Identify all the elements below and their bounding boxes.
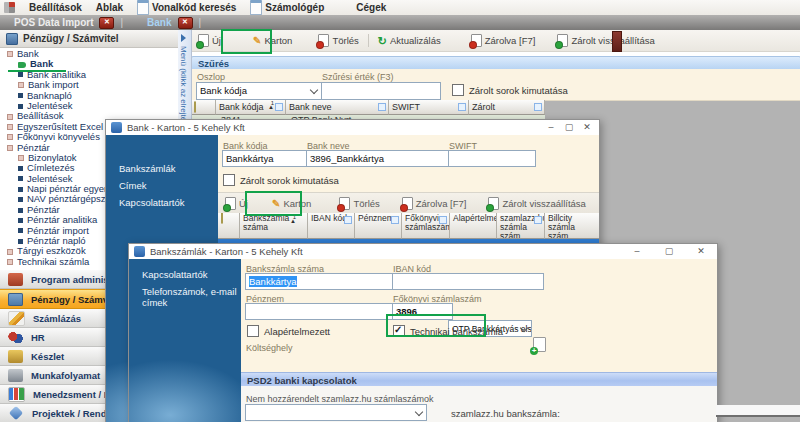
default-checkbox[interactable] — [247, 325, 259, 337]
new-icon — [225, 197, 236, 210]
filter-icon[interactable] — [458, 103, 466, 111]
chevron-down-icon — [415, 408, 423, 416]
delete-button[interactable]: Törlés — [332, 195, 386, 212]
bank-code-input[interactable]: Bankkártya — [222, 150, 310, 167]
menu-settings[interactable]: Beállítások — [29, 2, 82, 13]
lock-button[interactable]: Zárolva [F7] — [464, 32, 543, 49]
box-icon — [8, 350, 23, 363]
tree-bullet-icon — [7, 134, 13, 140]
diamond-icon — [9, 406, 23, 420]
dialog-nav-telefonszamok[interactable]: Telefonszámok, e-mail címek — [129, 283, 241, 311]
header-bankszamla-szama[interactable]: Bankszámla száma1▲ — [240, 213, 308, 239]
tab-pos-data-import[interactable]: POS Data Import — [14, 17, 93, 28]
tree-bullet-icon — [18, 155, 24, 161]
filter-icon[interactable] — [534, 103, 542, 111]
minimize-button[interactable]: – — [629, 246, 645, 256]
header-icon-cell[interactable] — [191, 100, 216, 115]
header-szamlazz-szamla[interactable]: szamlazz.hu számla szám — [497, 213, 545, 239]
column-label: Oszlop — [197, 72, 225, 82]
tree-bullet-icon — [18, 104, 23, 109]
lock-button[interactable]: Zárolva [F7] — [395, 195, 474, 212]
menu-window[interactable]: Ablak — [96, 2, 123, 13]
tree-bullet-icon — [18, 176, 23, 181]
add-gl-account-icon[interactable] — [533, 337, 546, 352]
header-zarolt[interactable]: Zárolt — [469, 100, 545, 115]
dialog-form-area: Bankszámla száma Bankkártya IBAN kód Pén… — [241, 259, 717, 422]
dialog-nav-kapcsolattartok[interactable]: Kapcsolattartók — [106, 194, 218, 211]
header-billcity-szamla[interactable]: Billcity számla szám — [545, 213, 599, 239]
tree-bullet-icon — [18, 187, 23, 192]
tree-item-bank-group[interactable]: Bank — [0, 49, 178, 59]
filter-icon[interactable] — [378, 103, 386, 111]
locked-rows-checkbox[interactable] — [223, 174, 235, 186]
bank-name-input[interactable]: 3896_Bankkártya — [306, 150, 450, 167]
psd2-section-body: Nem hozzárendelt szamlazz.hu számlaszámo… — [241, 386, 717, 422]
tree-bullet-icon — [7, 51, 13, 57]
close-button[interactable]: ✕ — [579, 122, 595, 132]
delete-button[interactable]: Törlés — [311, 32, 365, 49]
tree-bullet-icon — [18, 228, 23, 233]
main-toolbar: Új ✎Karton Törlés ↻Aktualizálás Zárolva … — [191, 30, 800, 52]
swift-input[interactable] — [448, 150, 536, 167]
locked-rows-checkbox-row[interactable]: Zárolt sorok kimutatása — [223, 174, 339, 186]
iban-input[interactable] — [392, 273, 544, 290]
locked-rows-checkbox[interactable] — [452, 84, 464, 96]
locked-rows-checkbox-row[interactable]: Zárolt sorok kimutatása — [452, 84, 568, 96]
menu-calculator[interactable]: Számológép — [250, 0, 324, 15]
dialog-title-bar[interactable]: Bank - Karton - 5 Kehely Kft – ▢ ✕ — [106, 120, 599, 136]
header-icon-cell[interactable] — [218, 213, 240, 239]
tree-bullet-icon — [7, 114, 13, 120]
header-swift[interactable]: SWIFT — [389, 100, 469, 115]
sort-asc-icon: ▲ — [290, 217, 296, 226]
toolbar-separator — [368, 34, 369, 47]
minimize-button[interactable]: – — [543, 122, 559, 132]
filter-icon[interactable] — [439, 216, 447, 224]
module-icon — [6, 33, 18, 45]
dialog-title-bar[interactable]: Bankszámlák - Karton - 5 Kehely Kft – ▢ … — [129, 244, 717, 260]
dialog-nav-cimek[interactable]: Címek — [106, 177, 218, 194]
delete-icon — [339, 197, 350, 210]
header-alapertelmezett[interactable]: Alapértelmezett — [450, 213, 497, 239]
dialog-title: Bank - Karton - 5 Kehely Kft — [127, 122, 245, 133]
dialog-nav-bankszamlak[interactable]: Bankszámlák — [106, 160, 218, 177]
unlock-button[interactable]: Zárolt visszaállítása — [550, 32, 661, 49]
bank-table-header: Bank kódja1▲ Bank neve SWIFT Zárolt — [191, 100, 545, 115]
column-select[interactable]: Bank kódja — [196, 82, 322, 100]
menu-companies[interactable]: Cégek — [356, 2, 386, 13]
unlock-button[interactable]: Zárolt visszaállítása — [481, 195, 592, 212]
chevron-down-icon — [310, 86, 318, 94]
filter-icon[interactable] — [534, 216, 542, 224]
locked-rows-label: Zárolt sorok kimutatása — [240, 175, 339, 186]
maximize-button[interactable]: ▢ — [661, 246, 677, 256]
sidebar-header: Pénzügy / Számvitel — [0, 30, 184, 48]
annotation-karton-dialog — [245, 191, 302, 216]
dialog-icon — [111, 122, 122, 133]
default-label: Alapértelmezett — [264, 326, 330, 337]
header-penznem[interactable]: Pénznem — [355, 213, 402, 239]
close-tab-icon[interactable]: ✕ — [99, 17, 114, 29]
tree-bullet-icon — [7, 124, 13, 130]
header-fokonyvi-szamlaszam[interactable]: Főkönyvi számlaszám — [402, 213, 450, 239]
close-button[interactable]: ✕ — [693, 246, 709, 256]
maximize-button[interactable]: ▢ — [561, 122, 577, 132]
unassigned-accounts-select[interactable] — [245, 404, 427, 421]
filter-icon[interactable] — [391, 216, 399, 224]
tab-bar: POS Data Import ✕ | Bank ✕ | — [0, 15, 800, 30]
filter-value-input[interactable] — [321, 82, 441, 100]
dialog-nav-kapcsolattartok[interactable]: Kapcsolattartók — [129, 266, 241, 283]
tab-bank[interactable]: Bank — [147, 17, 171, 28]
unlock-icon — [557, 34, 568, 47]
header-iban[interactable]: IBAN kód — [308, 213, 355, 239]
tree-bullet-icon — [18, 166, 23, 171]
close-tab-icon[interactable]: ✕ — [178, 17, 193, 29]
default-checkbox-row[interactable]: Alapértelmezett — [247, 325, 330, 337]
header-bank-neve[interactable]: Bank neve — [286, 100, 389, 115]
filter-icon[interactable] — [344, 216, 352, 224]
tree-bullet-icon — [18, 82, 24, 88]
filter-icon[interactable] — [275, 103, 283, 111]
header-bank-kodja[interactable]: Bank kódja1▲ — [216, 100, 286, 115]
row-marker-icon — [221, 213, 223, 224]
menu-barcode-search[interactable]: Vonalkód keresés — [137, 0, 236, 15]
refresh-button[interactable]: ↻Aktualizálás — [371, 33, 448, 48]
tree-item-bank-import[interactable]: Bank import — [0, 80, 178, 90]
